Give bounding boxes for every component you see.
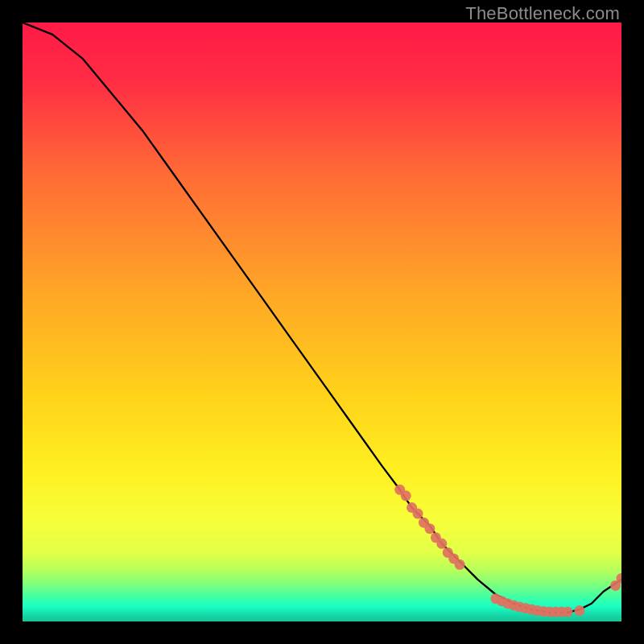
- background-gradient: [23, 23, 621, 621]
- watermark-text: TheBottleneck.com: [465, 3, 620, 24]
- chart-stage: TheBottleneck.com: [0, 0, 644, 644]
- plot-area: [23, 23, 621, 621]
- svg-rect-0: [23, 23, 621, 621]
